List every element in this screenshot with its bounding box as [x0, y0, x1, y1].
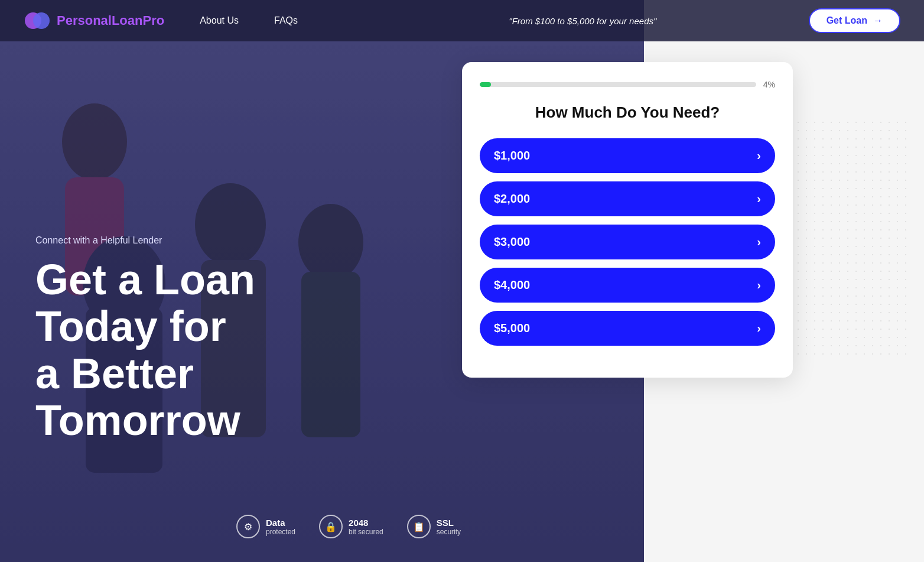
bit-secured-icon: 🔒 — [319, 515, 343, 538]
nav-tagline: "From $100 to $5,000 for your needs" — [357, 16, 809, 26]
progress-label: 4% — [763, 80, 775, 89]
hero-title: Get a Loan Today for a Better Tomorrow — [35, 256, 255, 444]
dot-pattern-decoration — [794, 118, 912, 355]
data-protected-badge: ⚙ Data protected — [236, 515, 295, 538]
security-badges: ⚙ Data protected 🔒 2048 bit secured 📋 SS… — [236, 515, 461, 538]
get-loan-arrow-icon: → — [873, 15, 883, 26]
get-loan-button[interactable]: Get Loan → — [809, 8, 900, 33]
form-title: How Much Do You Need? — [480, 103, 775, 122]
hero-subtitle: Connect with a Helpful Lender — [35, 235, 255, 246]
progress-bar-container: 4% — [480, 80, 775, 89]
loan-option-2000-chevron-icon: › — [757, 192, 761, 206]
loan-option-3000-chevron-icon: › — [757, 235, 761, 249]
nav-faqs[interactable]: FAQs — [274, 15, 298, 26]
loan-option-1000-label: $1,000 — [494, 149, 530, 163]
loan-option-1000-chevron-icon: › — [757, 149, 761, 163]
loan-option-1000[interactable]: $1,000 › — [480, 138, 775, 173]
ssl-security-badge: 📋 SSL security — [407, 515, 461, 538]
get-loan-label: Get Loan — [827, 15, 867, 26]
logo-icon — [24, 7, 51, 34]
bit-secured-badge: 🔒 2048 bit secured — [319, 515, 383, 538]
loan-option-5000-label: $5,000 — [494, 321, 530, 335]
nav-links: About Us FAQs "From $100 to $5,000 for y… — [200, 15, 808, 26]
loan-option-4000-chevron-icon: › — [757, 278, 761, 292]
loan-option-2000-label: $2,000 — [494, 192, 530, 206]
loan-option-3000[interactable]: $3,000 › — [480, 225, 775, 259]
nav-about-us[interactable]: About Us — [200, 15, 239, 26]
loan-option-4000-label: $4,000 — [494, 278, 530, 292]
loan-option-4000[interactable]: $4,000 › — [480, 268, 775, 303]
logo[interactable]: PersonalLoanPro — [24, 7, 164, 34]
data-protected-icon: ⚙ — [236, 515, 260, 538]
bit-secured-title: 2048 — [349, 518, 383, 528]
svg-point-1 — [33, 12, 50, 29]
data-protected-title: Data — [266, 518, 295, 528]
loan-option-5000-chevron-icon: › — [757, 321, 761, 335]
ssl-security-title: SSL — [437, 518, 461, 528]
ssl-security-icon: 📋 — [407, 515, 431, 538]
progress-track — [480, 82, 756, 87]
bit-secured-subtitle: bit secured — [349, 528, 383, 536]
loan-form-card: 4% How Much Do You Need? $1,000 › $2,000… — [462, 62, 793, 378]
hero-text-content: Connect with a Helpful Lender Get a Loan… — [35, 235, 255, 444]
loan-option-2000[interactable]: $2,000 › — [480, 181, 775, 216]
data-protected-subtitle: protected — [266, 528, 295, 536]
brand-name: PersonalLoanPro — [57, 13, 164, 28]
loan-option-5000[interactable]: $5,000 › — [480, 311, 775, 346]
navbar: PersonalLoanPro About Us FAQs "From $100… — [0, 0, 924, 41]
loan-option-3000-label: $3,000 — [494, 235, 530, 249]
ssl-security-subtitle: security — [437, 528, 461, 536]
progress-fill — [480, 82, 491, 87]
